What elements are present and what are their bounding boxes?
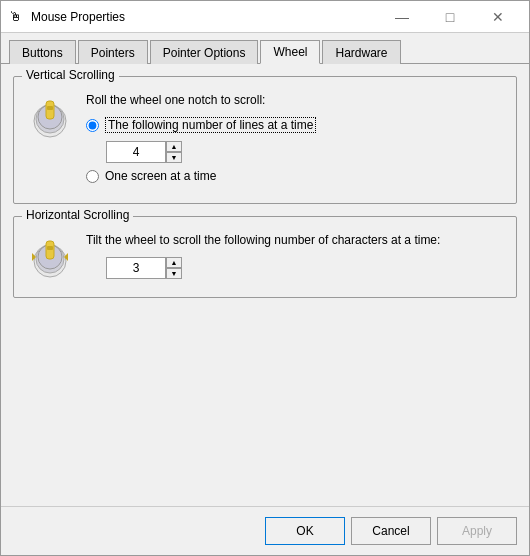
screen-radio-label[interactable]: One screen at a time [105,169,216,183]
vertical-description: Roll the wheel one notch to scroll: [86,93,504,107]
lines-radio-option: The following number of lines at a time [86,117,504,133]
svg-rect-4 [47,106,53,110]
window-icon: 🖱 [9,9,25,25]
tab-hardware[interactable]: Hardware [322,40,400,64]
ok-button[interactable]: OK [265,517,345,545]
tab-wheel[interactable]: Wheel [260,40,320,64]
tab-pointers[interactable]: Pointers [78,40,148,64]
chars-spinner-up[interactable]: ▲ [166,257,182,268]
lines-spinner-up[interactable]: ▲ [166,141,182,152]
window-controls: — □ ✕ [379,5,521,29]
close-button[interactable]: ✕ [475,5,521,29]
chars-spinner-input[interactable] [106,257,166,279]
horizontal-scrolling-label: Horizontal Scrolling [22,208,133,222]
lines-spinner-input[interactable] [106,141,166,163]
tab-content: Vertical Scrolling Roll the wheel one no… [1,64,529,506]
horizontal-description: Tilt the wheel to scroll the following n… [86,233,504,247]
lines-spinner-buttons: ▲ ▼ [166,141,182,163]
apply-button[interactable]: Apply [437,517,517,545]
vertical-wheel-icon [26,93,74,141]
vertical-scrolling-label: Vertical Scrolling [22,68,119,82]
minimize-button[interactable]: — [379,5,425,29]
cancel-button[interactable]: Cancel [351,517,431,545]
footer: OK Cancel Apply [1,506,529,555]
horizontal-scrolling-content: Tilt the wheel to scroll the following n… [26,233,504,285]
tab-buttons[interactable]: Buttons [9,40,76,64]
chars-spinner-buttons: ▲ ▼ [166,257,182,279]
maximize-button[interactable]: □ [427,5,473,29]
tab-bar: Buttons Pointers Pointer Options Wheel H… [1,33,529,64]
tab-pointer-options[interactable]: Pointer Options [150,40,259,64]
horizontal-options: Tilt the wheel to scroll the following n… [86,233,504,285]
window-title: Mouse Properties [31,10,379,24]
title-bar: 🖱 Mouse Properties — □ ✕ [1,1,529,33]
screen-radio-option: One screen at a time [86,169,504,183]
vertical-scrolling-content: Roll the wheel one notch to scroll: The … [26,93,504,191]
lines-radio-button[interactable] [86,119,99,132]
chars-spinner-row: ▲ ▼ [106,257,504,279]
vertical-scrolling-group: Vertical Scrolling Roll the wheel one no… [13,76,517,204]
chars-spinner-down[interactable]: ▼ [166,268,182,279]
lines-spinner-row: ▲ ▼ [106,141,504,163]
lines-spinner-down[interactable]: ▼ [166,152,182,163]
horizontal-wheel-icon [26,233,74,281]
horizontal-scrolling-group: Horizontal Scrolling Tilt the wh [13,216,517,298]
lines-radio-label[interactable]: The following number of lines at a time [105,117,316,133]
screen-radio-button[interactable] [86,170,99,183]
svg-rect-9 [47,246,53,250]
mouse-properties-window: 🖱 Mouse Properties — □ ✕ Buttons Pointer… [0,0,530,556]
vertical-options: Roll the wheel one notch to scroll: The … [86,93,504,191]
